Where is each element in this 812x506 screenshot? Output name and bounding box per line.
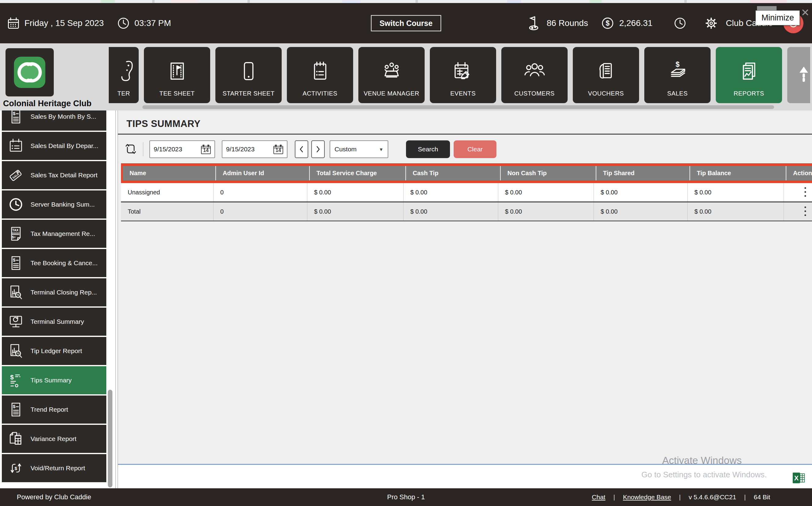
sales-icon: $ (666, 57, 689, 85)
sidebar-item-label: Server Banking Sum... (30, 201, 95, 208)
starter-sheet-icon (238, 57, 260, 85)
kebab-menu-icon[interactable] (799, 185, 811, 199)
events-icon (452, 57, 474, 85)
toolbar-horizontal-scrollbar[interactable] (142, 105, 774, 109)
end-date-calendar-icon[interactable]: 14 (272, 143, 284, 155)
sidebar-item-terminal-closing[interactable]: $=%Terminal Closing Rep... (2, 278, 106, 307)
toolbar-button-tee-sheet[interactable]: TEE SHEET (144, 47, 210, 103)
toolbar-button-scroll-up[interactable] (787, 47, 810, 103)
current-time: 03:37 PM (134, 18, 171, 28)
svg-text:111: 111 (16, 432, 20, 435)
table-cell: $ 0.00 (307, 202, 404, 221)
svg-text:$: $ (15, 466, 17, 471)
settings-gear-button[interactable] (703, 15, 719, 31)
top-bar: Friday , 15 Sep 2023 03:37 PM Switch Cou… (0, 3, 812, 43)
toolbar-button-starter-sheet[interactable]: STARTER SHEET (215, 47, 282, 103)
rounds-count: 86 Rounds (547, 18, 588, 28)
sidebar-item-sales-by-month[interactable]: $Sales By Month By S... (2, 110, 106, 131)
toolbar-button-vouchers[interactable]: VOUCHERS (573, 47, 639, 103)
toolbar-button-events[interactable]: EVENTS (430, 47, 496, 103)
clock-icon (117, 16, 130, 30)
svg-text:$: $ (606, 19, 609, 27)
sidebar-item-label: Variance Report (30, 435, 76, 442)
version-label: v 5.4.6.6@CC21 (689, 494, 736, 501)
end-date-field: 14 (222, 140, 287, 158)
toolbar-button-activities[interactable]: ACTIVITIES (287, 47, 353, 103)
chat-link[interactable]: Chat (592, 494, 605, 501)
excel-icon[interactable]: X (792, 471, 806, 485)
sidebar-item-tee-booking-cancellation[interactable]: $Tee Booking & Cance... (2, 249, 106, 277)
sidebar-item-label: Void/Return Report (30, 465, 85, 472)
chart-magnifier-icon: $=% (7, 342, 24, 359)
table-cell: $ 0.00 (404, 183, 498, 201)
sidebar-item-sales-detail-by-department[interactable]: Sales Detail By Depar... (2, 132, 106, 160)
table-cell: Total (121, 202, 213, 221)
next-day-button[interactable] (311, 140, 325, 158)
toolbar-button-customers[interactable]: CUSTOMERS (501, 47, 567, 103)
calendar-icon (7, 16, 20, 30)
close-icon[interactable]: ✕ (801, 7, 810, 18)
sidebar-item-trend-report[interactable]: $Trend Report (2, 396, 106, 424)
svg-text:%: % (16, 293, 19, 297)
customers-icon (523, 57, 546, 85)
toolbar-button-label: SALES (667, 90, 688, 97)
page-title: TIPS SUMMARY (127, 118, 812, 130)
table-body: Unassigned0$ 0.00$ 0.00$ 0.00$ 0.00$ 0.0… (121, 183, 812, 221)
start-date-input[interactable] (154, 146, 200, 153)
toolbar-button-label: CUSTOMERS (515, 90, 555, 97)
start-date-calendar-icon[interactable]: 14 (200, 143, 212, 155)
date-range-select[interactable]: Custom ▼ (330, 140, 388, 158)
sidebar-item-terminal-summary[interactable]: Terminal Summary (2, 308, 106, 336)
toolbar-button-venue-manager[interactable]: VENUE MANAGER (358, 47, 425, 103)
knowledge-base-link[interactable]: Knowledge Base (623, 494, 671, 501)
sidebar-item-label: Sales Detail By Depar... (30, 142, 98, 150)
sidebar-scrollbar-track[interactable] (106, 110, 116, 488)
current-date: Friday , 15 Sep 2023 (24, 18, 104, 28)
sidebar-item-tax-management[interactable]: TAX$=Tax Management Re... (2, 220, 106, 248)
sidebar-item-tips-summary[interactable]: $Tips Summary (2, 366, 106, 394)
column-header: Cash Tip (405, 166, 500, 180)
toolbar-button-reports[interactable]: REPORTS (716, 47, 782, 103)
receipt-dollar-icon: $ (7, 255, 24, 272)
sidebar-item-void-return-report[interactable]: $Void/Return Report (2, 454, 106, 482)
toolbar-button-label: REPORTS (734, 90, 764, 97)
venue-manager-icon (380, 57, 403, 85)
table-cell: $ 0.00 (688, 183, 784, 201)
clear-button[interactable]: Clear (454, 140, 496, 158)
sidebar-item-tip-ledger[interactable]: $=%Tip Ledger Report (2, 337, 106, 365)
toolbar-button-sales[interactable]: $SALES (644, 47, 710, 103)
table-row: Unassigned0$ 0.00$ 0.00$ 0.00$ 0.00$ 0.0… (121, 183, 812, 202)
toolbar-button-label: TER (117, 90, 130, 97)
filter-separator (143, 142, 143, 156)
receipt-dollar-icon: $ (7, 401, 24, 418)
table-cell: $ 0.00 (594, 183, 688, 201)
sidebar-item-sales-tax-detail[interactable]: SALESales Tax Detail Report (2, 161, 106, 189)
sidebar-item-variance-report[interactable]: 111Variance Report (2, 425, 106, 453)
clock-icon (7, 196, 24, 213)
end-date-input[interactable] (226, 146, 272, 153)
sidebar-item-label: Sales By Month By S... (30, 113, 96, 120)
sidebar-item-server-banking-summary[interactable]: Server Banking Sum... (2, 190, 106, 219)
table-cell: 0 (213, 202, 307, 221)
table-cell: 0 (213, 183, 307, 201)
switch-course-button[interactable]: Switch Course (371, 15, 441, 31)
search-button[interactable]: Search (406, 140, 450, 158)
toolbar-button-label: TEE SHEET (159, 90, 195, 97)
column-header: Non Cash Tip (500, 166, 596, 180)
filter-row: 14 14 Custom ▼ Search Clear (123, 140, 812, 159)
toolbar-button-register[interactable]: TER (109, 47, 139, 103)
time-clock-button[interactable] (673, 16, 687, 30)
table-cell: $ 0.00 (498, 183, 594, 201)
refresh-icon[interactable] (123, 141, 139, 157)
club-logo[interactable] (5, 48, 54, 96)
table-cell: $ 0.00 (688, 202, 784, 221)
sidebar-item-label: Terminal Closing Rep... (30, 289, 97, 296)
sidebar-scrollbar-thumb[interactable] (108, 390, 113, 487)
column-header: Name (123, 166, 215, 180)
previous-day-button[interactable] (295, 140, 308, 158)
table-cell: $ 0.00 (594, 202, 688, 221)
toolbar-button-label: VOUCHERS (588, 90, 624, 97)
kebab-menu-icon[interactable] (799, 205, 811, 218)
svg-text:$: $ (13, 404, 16, 409)
powered-by-label: Powered by Club Caddie (17, 493, 91, 501)
